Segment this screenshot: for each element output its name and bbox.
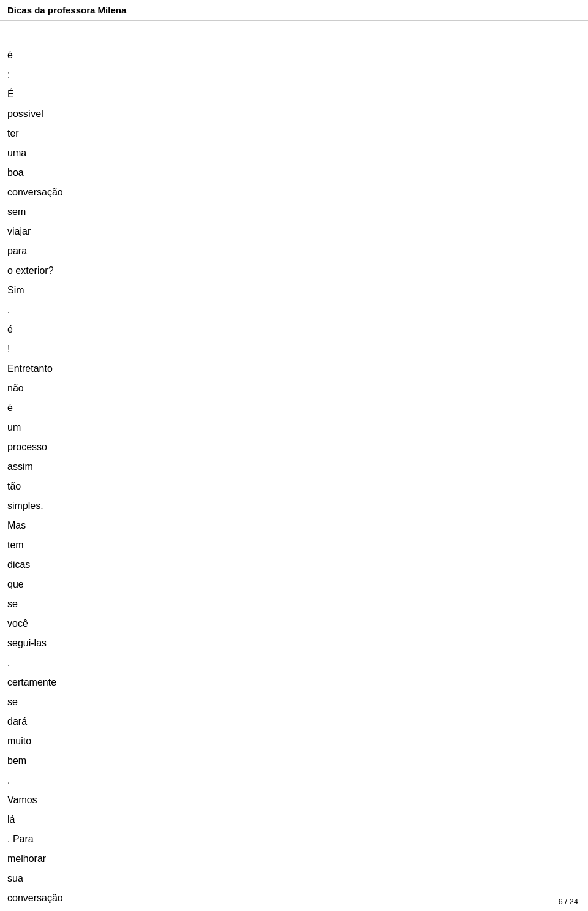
pagination: 6 / 24	[558, 897, 578, 906]
main-content-area: é : É possível ter uma boa conversação s…	[0, 21, 588, 911]
page-title: Dicas da professora Milena	[7, 5, 126, 15]
body-text: é : É possível ter uma boa conversação s…	[7, 45, 581, 911]
page-header: Dicas da professora Milena	[0, 0, 588, 21]
page-number: 6 / 24	[558, 897, 578, 906]
